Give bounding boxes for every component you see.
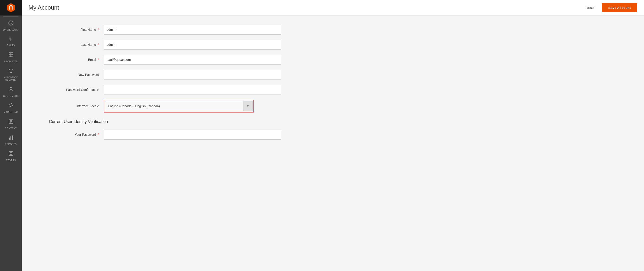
main-area: My Account Reset Save Account First Name… [22, 0, 644, 271]
sidebar-item-stores[interactable]: STORES [0, 148, 22, 164]
svg-text:$: $ [9, 37, 12, 41]
svg-rect-16 [12, 152, 13, 153]
last-name-row: Last Name * [49, 40, 630, 50]
header-actions: Reset Save Account [582, 3, 637, 12]
sidebar-item-sales-label: SALES [7, 44, 15, 47]
your-password-row: Your Password * [49, 130, 630, 140]
dashboard-icon [8, 20, 14, 28]
sidebar-item-marketing-label: MARKETING [4, 111, 18, 114]
sidebar-item-magestore[interactable]: MAGESTORE COMPANY [0, 65, 22, 84]
sidebar-item-content[interactable]: CONTENT [0, 116, 22, 132]
svg-rect-15 [9, 152, 10, 153]
email-row: Email * [49, 55, 630, 65]
marketing-icon [8, 102, 14, 110]
sidebar-item-stores-label: STORES [6, 159, 16, 162]
first-name-row: First Name * [49, 24, 630, 34]
last-name-input[interactable] [104, 40, 281, 50]
page-header: My Account Reset Save Account [22, 0, 644, 16]
new-password-input[interactable] [104, 70, 281, 80]
sidebar-item-dashboard-label: DASHBOARD [3, 28, 19, 32]
password-confirmation-label: Password Confirmation [49, 88, 104, 92]
page-title: My Account [28, 4, 59, 11]
password-confirmation-row: Password Confirmation [49, 85, 630, 95]
magestore-icon [8, 68, 14, 76]
locale-dropdown-btn[interactable]: ▼ [244, 101, 252, 111]
sidebar-item-magestore-label: MAGESTORE COMPANY [1, 76, 21, 81]
sidebar-item-marketing[interactable]: MARKETING [0, 100, 22, 116]
email-label: Email * [49, 58, 104, 62]
reports-icon [8, 135, 14, 142]
interface-locale-label: Interface Locale [49, 104, 104, 108]
svg-rect-18 [12, 154, 13, 156]
email-required: * [98, 58, 99, 62]
svg-rect-5 [11, 55, 13, 57]
first-name-required: * [98, 28, 99, 32]
verification-heading: Current User Identity Verification [49, 119, 630, 124]
svg-rect-3 [11, 52, 13, 54]
sidebar-item-products[interactable]: PRODUCTS [0, 49, 22, 65]
content-icon [8, 119, 14, 126]
sidebar-item-reports-label: REPORTS [5, 143, 17, 146]
svg-rect-2 [9, 52, 11, 54]
svg-rect-12 [9, 138, 10, 140]
last-name-label: Last Name * [49, 43, 104, 46]
sidebar-item-reports[interactable]: REPORTS [0, 132, 22, 148]
your-password-required: * [98, 133, 99, 136]
first-name-label: First Name * [49, 28, 104, 32]
new-password-label: New Password [49, 73, 104, 76]
locale-select[interactable]: English (Canada) / English (Canada) Engl… [105, 101, 244, 111]
products-icon [8, 52, 14, 59]
svg-point-7 [10, 88, 12, 89]
email-input[interactable] [104, 55, 281, 65]
page-content: First Name * Last Name * Email * New Pas… [22, 16, 644, 271]
sidebar-item-products-label: PRODUCTS [4, 60, 18, 63]
sidebar-logo[interactable] [0, 0, 22, 16]
stores-icon [8, 151, 14, 158]
svg-marker-6 [9, 69, 13, 73]
your-password-input[interactable] [104, 130, 281, 140]
svg-rect-13 [10, 136, 12, 140]
sidebar-item-dashboard[interactable]: DASHBOARD [0, 18, 22, 34]
sales-icon: $ [8, 36, 14, 43]
sidebar-item-customers-label: CUSTOMERS [3, 94, 18, 98]
password-confirmation-input[interactable] [104, 85, 281, 95]
last-name-required: * [98, 43, 99, 46]
svg-rect-17 [9, 154, 10, 156]
customers-icon [8, 86, 14, 94]
svg-rect-14 [12, 136, 13, 140]
locale-select-wrapper: English (Canada) / English (Canada) Engl… [104, 100, 254, 112]
sidebar: DASHBOARD $ SALES PRODUCTS MAGESTORE COM… [0, 0, 22, 271]
svg-rect-4 [9, 55, 11, 57]
save-account-button[interactable]: Save Account [602, 3, 637, 12]
sidebar-item-customers[interactable]: CUSTOMERS [0, 84, 22, 100]
first-name-input[interactable] [104, 24, 281, 34]
interface-locale-row: Interface Locale English (Canada) / Engl… [49, 100, 630, 112]
sidebar-item-sales[interactable]: $ SALES [0, 34, 22, 50]
reset-button[interactable]: Reset [582, 4, 598, 12]
your-password-label: Your Password * [49, 133, 104, 136]
sidebar-item-content-label: CONTENT [5, 127, 17, 130]
new-password-row: New Password [49, 70, 630, 80]
